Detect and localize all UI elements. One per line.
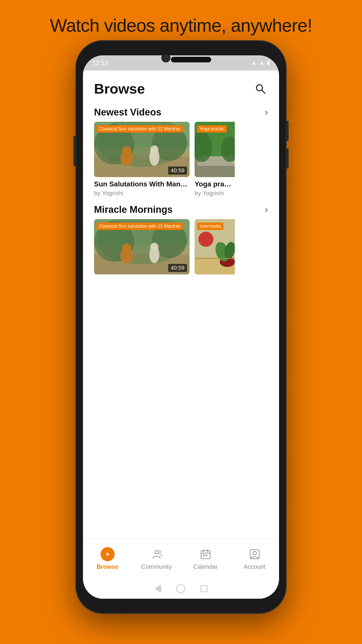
status-time: 12:53 — [92, 59, 108, 67]
volume-down-button — [286, 148, 289, 169]
video-author: by Yogrishi — [94, 190, 190, 197]
browse-icon — [101, 547, 115, 561]
community-icon — [150, 547, 164, 561]
video-badge-partial: Yoga practic — [197, 125, 227, 133]
browse-label: Browse — [97, 563, 118, 570]
account-icon-svg — [249, 549, 260, 560]
video-card-miracle-2[interactable]: Intermedia — [195, 219, 235, 274]
wifi-icon: ▲ — [251, 60, 256, 66]
newest-videos-carousel: Classical Sun salutation with 12 Mantras… — [83, 122, 279, 197]
recents-button[interactable] — [200, 585, 207, 592]
play-circle-icon — [101, 547, 115, 561]
video-card-partial[interactable]: Yoga practic Yoga practice by Yogrishi — [195, 122, 235, 197]
svg-rect-40 — [201, 551, 210, 559]
video-title: Sun Salutations With Mantra, 12 ... — [94, 180, 190, 188]
volume-up-button — [286, 121, 289, 141]
video-card-miracle-1[interactable]: Classical Sun salutation with 12 Mantras… — [94, 219, 190, 274]
status-icons: ▲ ▲ ▮ — [251, 60, 270, 66]
video-thumbnail: Classical Sun salutation with 12 Mantras… — [94, 122, 190, 177]
calendar-icon-svg — [200, 549, 211, 560]
video-duration: 40:59 — [168, 167, 187, 175]
miracle-mornings-arrow[interactable]: › — [265, 204, 268, 215]
video-card[interactable]: Classical Sun salutation with 12 Mantras… — [94, 122, 190, 197]
video-thumbnail-miracle-2: Intermedia — [195, 219, 235, 274]
video-duration-m1: 40:59 — [168, 264, 187, 272]
community-label: Community — [141, 563, 172, 570]
svg-point-38 — [155, 550, 158, 554]
svg-rect-45 — [206, 555, 207, 556]
phone-screen: 12:53 ▲ ▲ ▮ Browse — [83, 55, 279, 599]
power-button — [73, 136, 76, 166]
svg-marker-37 — [107, 552, 110, 556]
video-badge-m1: Classical Sun salutation with 12 Mantras — [97, 223, 183, 230]
nav-item-browse[interactable]: Browse — [83, 547, 132, 570]
video-thumbnail-partial: Yoga practic — [195, 122, 235, 177]
front-camera — [161, 53, 170, 62]
svg-point-11 — [150, 145, 158, 153]
app-header: Browse — [83, 70, 279, 102]
miracle-mornings-carousel: Classical Sun salutation with 12 Mantras… — [83, 219, 279, 274]
miracle-mornings-title: Miracle Mornings — [94, 204, 173, 215]
nav-item-community[interactable]: Community — [132, 547, 181, 570]
svg-point-26 — [122, 244, 131, 253]
earpiece-speaker — [171, 57, 211, 62]
bottom-nav: Browse Community — [83, 538, 279, 579]
video-badge: Classical Sun salutation with 12 Mantras — [97, 125, 183, 133]
miracle-mornings-header: Miracle Mornings › — [83, 199, 279, 219]
search-button[interactable] — [253, 81, 268, 96]
account-label: Account — [244, 563, 265, 570]
newest-videos-title: Newest Videos — [94, 107, 161, 118]
svg-rect-14 — [197, 162, 235, 166]
phone-device: 12:53 ▲ ▲ ▮ Browse — [75, 40, 287, 614]
video-title-partial: Yoga practice — [195, 180, 235, 188]
account-icon — [248, 547, 262, 561]
home-button[interactable] — [176, 584, 185, 593]
home-bar-area — [83, 579, 279, 599]
newest-videos-arrow[interactable]: › — [265, 107, 268, 118]
back-button[interactable] — [155, 585, 161, 593]
video-badge-m2: Intermedia — [197, 223, 223, 230]
calendar-label: Calendar — [193, 563, 218, 570]
app-content: Browse Newest Videos › — [83, 70, 279, 538]
video-author-partial: by Yogrishi — [195, 190, 235, 197]
svg-line-1 — [262, 90, 265, 93]
svg-point-9 — [122, 146, 131, 155]
svg-rect-44 — [203, 555, 205, 556]
people-icon — [151, 549, 162, 560]
phone-shell: 12:53 ▲ ▲ ▮ Browse — [75, 40, 287, 614]
page-title: Browse — [94, 80, 145, 97]
video-thumbnail-miracle: Classical Sun salutation with 12 Mantras… — [94, 219, 190, 274]
svg-point-39 — [158, 551, 161, 553]
svg-point-47 — [253, 551, 256, 555]
newest-videos-header: Newest Videos › — [83, 102, 279, 122]
nav-item-calendar[interactable]: Calendar — [181, 547, 230, 570]
play-icon — [105, 551, 111, 557]
svg-rect-36 — [195, 258, 235, 259]
nav-item-account[interactable]: Account — [230, 547, 279, 570]
svg-point-35 — [198, 232, 213, 247]
signal-icon: ▲ — [259, 60, 264, 66]
battery-icon: ▮ — [267, 60, 270, 66]
search-icon — [255, 83, 266, 94]
calendar-icon — [199, 547, 213, 561]
svg-point-28 — [150, 243, 158, 251]
